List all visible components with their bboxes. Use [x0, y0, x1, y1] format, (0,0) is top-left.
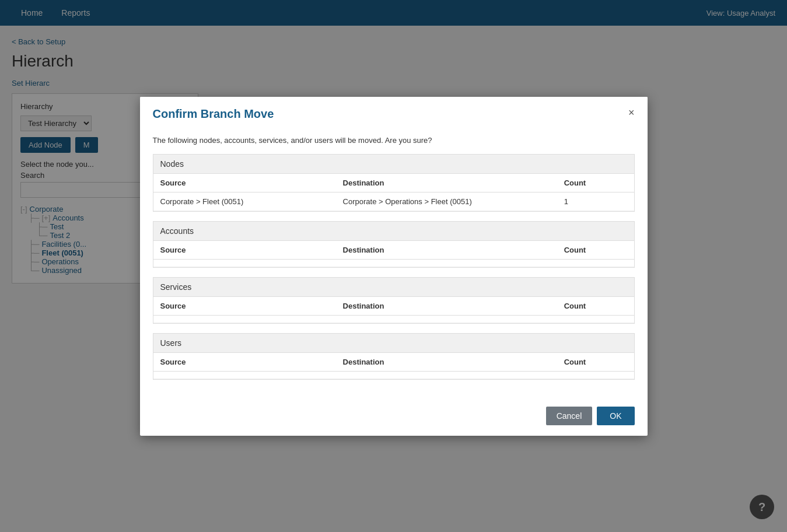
- nodes-table: Source Destination Count Corporate > Fle…: [153, 173, 634, 211]
- accounts-table: Source Destination Count: [153, 240, 634, 267]
- nodes-row1-count: 1: [557, 192, 634, 211]
- background-page: Home Reports View: Usage Analyst < Back …: [0, 0, 787, 532]
- modal-header: Confirm Branch Move ×: [140, 97, 648, 128]
- modal-close-button[interactable]: ×: [628, 107, 635, 118]
- cancel-button[interactable]: Cancel: [546, 407, 593, 425]
- users-section-header: Users: [153, 334, 634, 352]
- users-col-count: Count: [557, 352, 634, 371]
- nodes-row-1: Corporate > Fleet (0051) Corporate > Ope…: [153, 192, 634, 211]
- modal-footer: Cancel OK: [140, 400, 648, 436]
- accounts-col-destination: Destination: [336, 240, 557, 259]
- nodes-col-destination: Destination: [336, 173, 557, 192]
- users-section: Users Source Destination Count: [153, 333, 635, 380]
- accounts-col-count: Count: [557, 240, 634, 259]
- modal-dialog: Confirm Branch Move × The following node…: [140, 97, 648, 436]
- accounts-col-source: Source: [153, 240, 336, 259]
- modal-overlay: Confirm Branch Move × The following node…: [0, 0, 787, 532]
- accounts-empty-row: [153, 259, 634, 267]
- modal-body: The following nodes, accounts, services,…: [140, 128, 648, 400]
- services-section-header: Services: [153, 278, 634, 296]
- accounts-section-header: Accounts: [153, 222, 634, 240]
- services-table: Source Destination Count: [153, 296, 634, 323]
- services-section: Services Source Destination Count: [153, 277, 635, 324]
- nodes-col-count: Count: [557, 173, 634, 192]
- nodes-row1-source: Corporate > Fleet (0051): [153, 192, 336, 211]
- nodes-section-header: Nodes: [153, 155, 634, 173]
- ok-button[interactable]: OK: [597, 407, 634, 425]
- nodes-section: Nodes Source Destination Count Corporate: [153, 154, 635, 212]
- accounts-section: Accounts Source Destination Count: [153, 221, 635, 268]
- users-col-source: Source: [153, 352, 336, 371]
- modal-title: Confirm Branch Move: [153, 107, 274, 121]
- nodes-row1-destination: Corporate > Operations > Fleet (0051): [336, 192, 557, 211]
- nodes-col-source: Source: [153, 173, 336, 192]
- services-col-source: Source: [153, 296, 336, 315]
- users-table: Source Destination Count: [153, 352, 634, 379]
- users-empty-row: [153, 371, 634, 379]
- modal-description: The following nodes, accounts, services,…: [153, 136, 635, 145]
- services-empty-row: [153, 315, 634, 323]
- services-col-destination: Destination: [336, 296, 557, 315]
- users-col-destination: Destination: [336, 352, 557, 371]
- services-col-count: Count: [557, 296, 634, 315]
